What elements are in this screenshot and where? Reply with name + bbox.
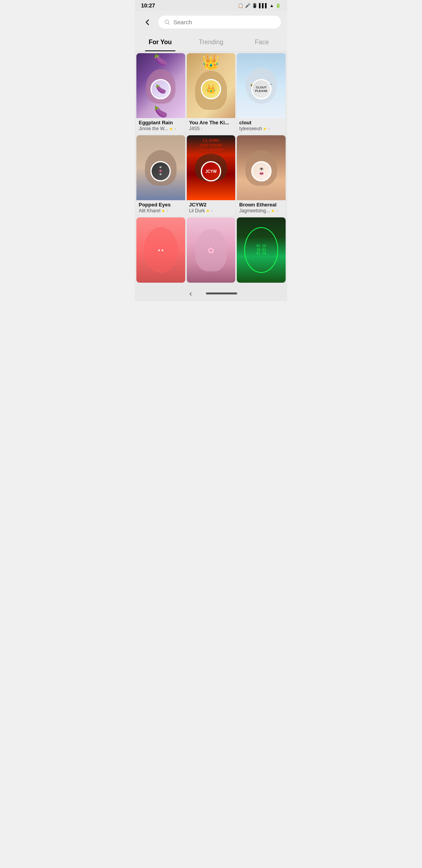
bottom-nav: ‹ bbox=[135, 284, 287, 301]
card-5-info: JCYW2 Lil Durk ★ › bbox=[187, 200, 236, 216]
battery-icon: 🔋 bbox=[275, 3, 281, 8]
tab-face[interactable]: Face bbox=[236, 33, 287, 51]
filters-grid: 🍆 😱 🍆 🍆 Eggplant Rain Jinnie the W... ★ … bbox=[135, 52, 287, 284]
vibrate-icon: 📳 bbox=[252, 3, 257, 8]
card-4-title: Popped Eyes bbox=[139, 202, 183, 208]
filter-card-6[interactable]: ✨😐✨ 👁️👄 Brown Ethereal Jagmeetsing... ★ … bbox=[237, 135, 286, 216]
tabs-bar: For You Trending Face bbox=[135, 33, 287, 52]
card-2-title: You Are The Ki... bbox=[189, 120, 233, 126]
card-4-avatar: 👁👄👁 bbox=[150, 161, 171, 181]
card-6-avatar: 👁️👄 bbox=[251, 161, 272, 181]
tab-trending[interactable]: Trending bbox=[186, 33, 236, 51]
search-bar[interactable] bbox=[158, 16, 281, 29]
card-6-verified-icon: ★ bbox=[271, 208, 275, 213]
back-nav-arrow[interactable]: ‹ bbox=[185, 287, 197, 299]
filter-card-5[interactable]: LIL DURKJUST CAUSEY'ALL WAITED JCYW JCYW… bbox=[187, 135, 236, 216]
card-2-avatar: 👑 bbox=[201, 79, 221, 99]
filter-card-9[interactable]: 01 1010 0101 10 bbox=[237, 217, 286, 282]
card-4-arrow-icon: › bbox=[166, 208, 168, 213]
card-4-author-name: Atit Kharel bbox=[139, 208, 160, 213]
card-6-info: Brown Ethereal Jagmeetsing... ★ › bbox=[237, 200, 286, 216]
card-3-info: clout tyleeseeuh ★ › bbox=[237, 118, 286, 134]
filter-card-7[interactable]: ● ● bbox=[136, 217, 185, 282]
card-2-arrow-icon: › bbox=[201, 126, 202, 131]
card-6-author-name: Jagmeetsing... bbox=[239, 208, 270, 213]
nav-pill[interactable] bbox=[206, 292, 237, 294]
tab-for-you[interactable]: For You bbox=[135, 33, 186, 51]
card-3-title: clout bbox=[239, 120, 283, 126]
card-6-author: Jagmeetsing... ★ › bbox=[239, 208, 283, 213]
wifi-icon: ▲ bbox=[270, 3, 274, 8]
card-3-author: tyleeseeuh ★ › bbox=[239, 126, 283, 131]
card-6-title: Brown Ethereal bbox=[239, 202, 283, 208]
status-icons: 📋 🎤 📳 ▌▌▌ ▲ 🔋 bbox=[238, 3, 281, 8]
card-5-avatar: JCYW bbox=[201, 161, 221, 181]
signal-icon: ▌▌▌ bbox=[259, 3, 268, 8]
card-1-info: Eggplant Rain Jinnie the W... ★ › bbox=[136, 118, 185, 134]
filter-card-3[interactable]: 😎 CLOUT CLOUT PLEASE clout tyleeseeuh ★ … bbox=[237, 53, 286, 134]
card-5-arrow-icon: › bbox=[211, 208, 213, 213]
card-3-avatar: CLOUT PLEASE bbox=[251, 79, 272, 99]
search-input[interactable] bbox=[173, 19, 275, 25]
status-time: 10:27 bbox=[141, 2, 155, 9]
card-1-avatar: 🍆 bbox=[150, 79, 171, 99]
card-2-info: You Are The Ki... J4S5 › bbox=[187, 118, 236, 134]
filter-card-4[interactable]: 🙄 👁👄👁 Popped Eyes Atit Kharel ★ › bbox=[136, 135, 185, 216]
card-5-author-name: Lil Durk bbox=[189, 208, 205, 213]
mic-icon: 🎤 bbox=[245, 3, 250, 8]
card-1-title: Eggplant Rain bbox=[139, 120, 183, 126]
card-3-arrow-icon: › bbox=[268, 126, 270, 131]
card-4-author: Atit Kharel ★ › bbox=[139, 208, 183, 213]
header bbox=[135, 11, 287, 33]
back-button[interactable] bbox=[141, 16, 154, 29]
card-5-verified-icon: ★ bbox=[206, 208, 210, 213]
card-1-arrow-icon: › bbox=[174, 126, 176, 131]
card-1-author-name: Jinnie the W... bbox=[139, 126, 168, 131]
card-5-title: JCYW2 bbox=[189, 202, 233, 208]
filter-card-1[interactable]: 🍆 😱 🍆 🍆 Eggplant Rain Jinnie the W... ★ … bbox=[136, 53, 185, 134]
card-4-info: Popped Eyes Atit Kharel ★ › bbox=[136, 200, 185, 216]
card-5-author: Lil Durk ★ › bbox=[189, 208, 233, 213]
card-2-author-name: J4S5 bbox=[189, 126, 200, 131]
filter-card-2[interactable]: 👑 😮 👑 You Are The Ki... J4S5 › bbox=[187, 53, 236, 134]
notification-icon: 📋 bbox=[238, 3, 243, 8]
card-3-author-name: tyleeseeuh bbox=[239, 126, 262, 131]
card-6-arrow-icon: › bbox=[276, 208, 277, 213]
card-1-verified-icon: ★ bbox=[169, 126, 173, 131]
card-3-verified-icon: ★ bbox=[263, 126, 267, 131]
status-bar: 10:27 📋 🎤 📳 ▌▌▌ ▲ 🔋 bbox=[135, 0, 287, 11]
card-2-author: J4S5 › bbox=[189, 126, 233, 131]
search-icon bbox=[165, 19, 170, 25]
filter-card-8[interactable]: 🌸 bbox=[187, 217, 236, 282]
card-4-verified-icon: ★ bbox=[161, 208, 165, 213]
card-1-author: Jinnie the W... ★ › bbox=[139, 126, 183, 131]
